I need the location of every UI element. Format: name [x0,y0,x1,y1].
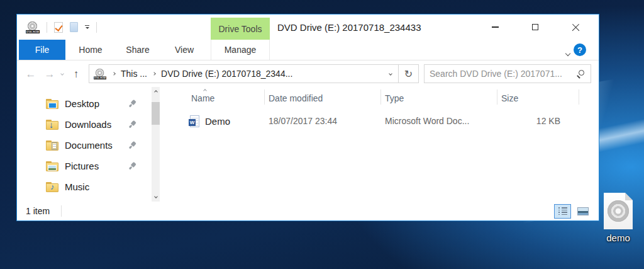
explorer-window: Drive Tools DVD Drive (E:) 20170718_2344… [16,14,599,221]
file-size: 12 KB [497,116,579,126]
navigation-scrollbar[interactable] [152,87,160,202]
sidebar-item-music[interactable]: Music [17,176,152,197]
scroll-down-icon[interactable] [154,195,158,198]
close-button[interactable] [561,14,590,40]
minimize-button[interactable] [480,14,509,40]
forward-button[interactable] [43,69,56,79]
status-separator [61,205,62,217]
close-icon [572,23,580,31]
back-button[interactable] [25,69,37,79]
sidebar-item-label: Downloads [65,119,111,130]
details-view-button[interactable] [554,204,571,219]
pin-icon [126,118,138,131]
tab-view[interactable]: View [162,40,207,60]
sidebar-item-label: Documents [65,140,113,151]
pin-icon [126,160,138,173]
refresh-button[interactable] [399,64,419,83]
scroll-up-icon[interactable] [154,90,158,94]
file-type: Microsoft Word Doc... [381,116,497,126]
tab-share[interactable]: Share [114,40,161,60]
help-icon[interactable] [574,43,586,56]
title-bar: Drive Tools DVD Drive (E:) 20170718_2344… [17,14,599,40]
tab-home[interactable]: Home [67,40,114,60]
scrollbar-track[interactable] [152,94,160,194]
window-title: DVD Drive (E:) 20170718_234433 [277,14,421,40]
window-controls [480,14,590,40]
properties-check-icon[interactable] [54,22,63,33]
address-bar[interactable]: This ... DVD Drive (E:) 20170718_2344... [89,64,399,83]
cd-disc-icon [608,200,629,222]
breadcrumb-current-location[interactable]: DVD Drive (E:) 20170718_2344... [161,69,292,79]
details-view-icon [558,207,567,215]
breadcrumb-separator-icon [112,72,116,76]
word-document-icon [190,115,199,127]
quick-access-toolbar [17,14,97,40]
desktop-folder-icon [46,99,58,109]
tab-file[interactable]: File [19,40,65,60]
window-content: Desktop Downloads Documents Pictures [17,87,599,202]
music-folder-icon [46,182,58,192]
desktop-icon-demo[interactable]: demo [594,193,643,243]
sidebar-item-documents[interactable]: Documents [17,135,152,156]
thumbnails-view-icon [577,207,589,215]
page-fold-icon [625,193,633,200]
search-icon[interactable] [576,69,586,79]
dvd-drive-icon[interactable] [26,21,40,33]
search-input[interactable] [430,69,576,79]
column-header-type[interactable]: Type [381,89,497,105]
navigation-pane: Desktop Downloads Documents Pictures [17,87,152,202]
downloads-folder-icon [46,120,58,130]
pictures-folder-icon [46,161,58,171]
maximize-button[interactable] [521,14,550,40]
file-list: Name Date modified Type Size Demo 18/07/… [160,87,599,202]
desktop: Drive Tools DVD Drive (E:) 20170718_2344… [0,0,644,269]
sidebar-item-label: Desktop [65,98,99,109]
minimize-icon [492,26,499,28]
pin-icon [126,98,138,110]
sidebar-item-desktop[interactable]: Desktop [17,93,152,114]
column-header-row: Name Date modified Type Size [160,88,599,106]
sidebar-item-label: Pictures [65,161,99,171]
toolbar-separator [96,22,97,33]
address-toolbar: This ... DVD Drive (E:) 20170718_2344... [17,60,599,87]
qat-customize-dropdown-icon[interactable] [85,25,89,29]
thumbnails-view-button[interactable] [574,204,591,219]
address-dropdown-icon[interactable] [389,72,392,76]
scrollbar-thumb[interactable] [152,102,160,125]
disc-image-file-icon [604,193,633,229]
status-bar: 1 item [17,202,599,220]
collapse-ribbon-chevron-icon[interactable] [566,47,570,58]
column-header-name[interactable]: Name [160,89,265,105]
file-date-modified: 18/07/2017 23:44 [265,116,381,126]
sidebar-item-label: Music [65,181,89,192]
breadcrumb-this-pc[interactable]: This ... [121,69,147,79]
column-header-date-modified[interactable]: Date modified [265,89,381,105]
up-button[interactable] [70,69,82,79]
new-folder-icon[interactable] [70,22,78,32]
toolbar-separator [47,22,47,33]
recent-locations-dropdown-icon[interactable] [60,72,64,76]
ribbon-tab-row: File Home Share View Manage [17,40,599,60]
pin-icon [126,139,138,152]
address-location-dvd-icon [94,68,106,79]
tab-manage[interactable]: Manage [211,40,270,60]
desktop-icon-label: demo [594,232,643,243]
breadcrumb-separator-icon [152,72,156,76]
documents-folder-icon [46,140,58,151]
status-item-count: 1 item [26,206,50,216]
sidebar-item-downloads[interactable]: Downloads [17,114,152,135]
file-row-demo[interactable]: Demo 18/07/2017 23:44 Microsoft Word Doc… [160,113,599,129]
view-switcher [554,204,591,219]
search-box[interactable] [424,64,591,83]
drive-tools-contextual-group[interactable]: Drive Tools [211,18,270,40]
sidebar-item-pictures[interactable]: Pictures [17,156,152,176]
column-header-size[interactable]: Size [497,89,579,105]
file-name: Demo [205,116,230,127]
maximize-icon [532,24,538,30]
